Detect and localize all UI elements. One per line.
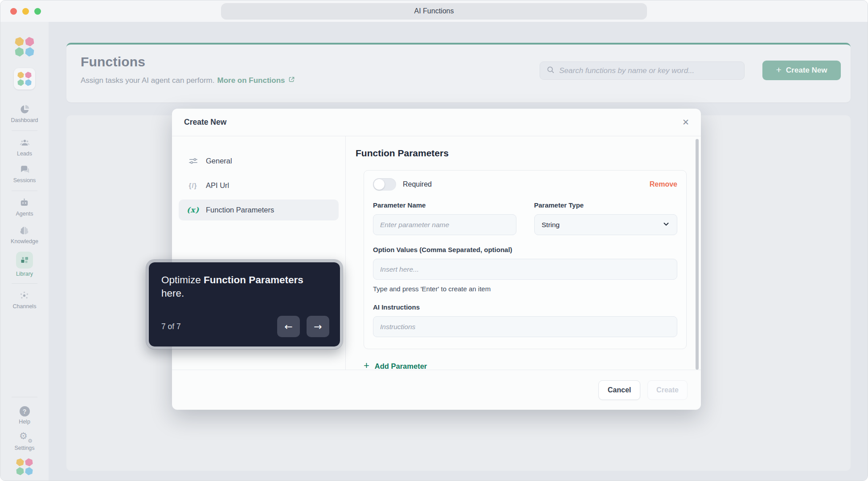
search-input[interactable]: [559, 66, 738, 75]
sidebar-item-help[interactable]: ? Help: [19, 406, 30, 425]
option-values-input[interactable]: [373, 259, 677, 280]
modal-footer: Cancel Create: [172, 370, 701, 410]
sidebar-item-dashboard[interactable]: Dashboard: [11, 104, 38, 123]
plus-icon: +: [776, 65, 782, 75]
close-window-button[interactable]: [10, 8, 17, 15]
external-link-icon: [288, 76, 295, 86]
modal-nav-function-parameters[interactable]: (x) Function Parameters: [179, 200, 339, 220]
parameter-type-select[interactable]: String: [534, 214, 678, 235]
section-title: Function Parameters: [356, 148, 701, 159]
gears-icon: ⚙ ⚙: [19, 431, 30, 443]
sidebar-item-label: Help: [19, 419, 30, 425]
modal-scrollbar[interactable]: [696, 139, 699, 370]
sidebar-item-label: Channels: [13, 303, 37, 310]
required-toggle[interactable]: [373, 178, 396, 191]
network-icon: [19, 290, 30, 301]
sidebar-divider: [12, 130, 37, 131]
sidebar-divider: [12, 283, 37, 284]
remove-parameter-button[interactable]: Remove: [650, 180, 677, 188]
titlebar: AI Functions: [0, 0, 868, 22]
close-icon[interactable]: ✕: [682, 118, 689, 126]
sidebar-item-sessions[interactable]: Sessions: [13, 164, 36, 183]
page-subtitle: Assign tasks your AI agent can perform.: [81, 76, 214, 85]
more-on-functions-link[interactable]: More on Functions: [217, 76, 295, 86]
option-values-label: Option Values (Comma Separated, optional…: [373, 246, 677, 253]
function-x-icon: (x): [187, 206, 199, 214]
modal-nav-general[interactable]: General: [179, 151, 339, 171]
window-title: AI Functions: [414, 7, 454, 15]
tour-next-button[interactable]: →: [307, 316, 329, 337]
create-button[interactable]: Create: [647, 380, 688, 400]
parameter-type-value: String: [542, 221, 560, 229]
cancel-button[interactable]: Cancel: [598, 380, 640, 400]
pie-chart-icon: [19, 104, 30, 115]
question-circle-icon: ?: [20, 406, 30, 416]
sidebar-item-settings[interactable]: ⚙ ⚙ Settings: [14, 431, 34, 451]
parameter-name-input[interactable]: [373, 214, 516, 235]
arrow-right-icon: →: [314, 321, 322, 332]
tour-text: Optimize Function Parameters here.: [161, 273, 328, 300]
brand-logo: [15, 37, 34, 57]
code-braces-icon: {/}: [187, 182, 199, 189]
sidebar-item-knowledge[interactable]: Knowledge: [11, 225, 38, 245]
sidebar-item-label: Knowledge: [11, 238, 38, 245]
search-icon: [546, 65, 555, 76]
robot-icon: [19, 197, 30, 208]
zoom-window-button[interactable]: [34, 8, 41, 15]
sidebar: Dashboard Leads Sessions Agents: [0, 22, 49, 481]
modal-header: Create New ✕: [172, 109, 701, 136]
people-icon: [19, 137, 30, 148]
tour-tooltip: Optimize Function Parameters here. 7 of …: [146, 259, 343, 350]
required-label: Required: [403, 180, 432, 188]
brand-logo-small: [17, 72, 32, 86]
window-title-pill: AI Functions: [221, 3, 647, 20]
modal-nav-label: Function Parameters: [206, 206, 274, 214]
sidebar-item-label: Settings: [14, 445, 34, 451]
sidebar-item-channels[interactable]: Channels: [13, 290, 37, 310]
chevron-down-icon: [663, 220, 670, 229]
option-values-helper: Type and press 'Enter' to create an item: [373, 285, 677, 293]
grid-squares-icon: [16, 252, 33, 269]
search-field: [540, 61, 745, 80]
workspace-tile[interactable]: [14, 68, 35, 90]
ai-instructions-label: AI Instructions: [373, 303, 677, 311]
app-window: AI Functions Dashboard Leads: [0, 0, 868, 481]
parameter-card: Required Remove Parameter Name Parameter…: [364, 170, 687, 349]
sliders-icon: [187, 156, 199, 166]
modal-nav-label: API Url: [206, 181, 229, 190]
sidebar-item-leads[interactable]: Leads: [17, 137, 32, 157]
chat-bubbles-icon: [19, 164, 30, 175]
tour-step-counter: 7 of 7: [161, 322, 181, 331]
sidebar-divider: [12, 397, 37, 397]
sidebar-item-label: Agents: [16, 211, 33, 217]
sidebar-divider: [12, 191, 37, 191]
sidebar-item-label: Sessions: [13, 177, 36, 183]
plus-icon: +: [364, 360, 369, 371]
sidebar-item-label: Leads: [17, 151, 32, 157]
parameter-name-label: Parameter Name: [373, 201, 516, 209]
window-controls: [10, 0, 41, 22]
tour-back-button[interactable]: ←: [277, 316, 300, 337]
modal-nav-api-url[interactable]: {/} API Url: [179, 175, 339, 196]
sidebar-item-label: Library: [16, 271, 33, 277]
sidebar-item-library[interactable]: Library: [16, 252, 33, 277]
create-new-button[interactable]: + Create New: [762, 61, 841, 80]
minimize-window-button[interactable]: [22, 8, 29, 15]
modal-panel: Function Parameters Required Remove: [346, 136, 701, 370]
arrow-left-icon: ←: [284, 321, 292, 332]
functions-header-card: Functions Assign tasks your AI agent can…: [66, 43, 851, 102]
add-parameter-button[interactable]: + Add Parameter: [364, 361, 427, 371]
brand-logo-bottom: [16, 458, 33, 475]
sidebar-item-label: Dashboard: [11, 117, 38, 123]
brain-icon: [19, 225, 30, 236]
ai-instructions-input[interactable]: [373, 316, 677, 337]
sidebar-item-agents[interactable]: Agents: [16, 197, 33, 217]
modal-title: Create New: [184, 118, 226, 127]
parameter-type-label: Parameter Type: [534, 201, 678, 209]
modal-nav-label: General: [206, 157, 232, 165]
